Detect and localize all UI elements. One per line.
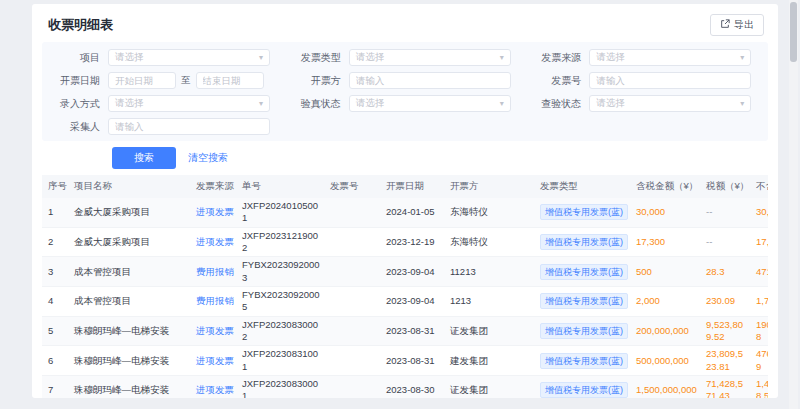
cell-issuer: 证发集团 (444, 382, 534, 398)
cell-source: 费用报销 (190, 264, 236, 280)
invoice-type-tag: 增值税专用发票(蓝) (540, 353, 628, 369)
cell-amount_incl: 500,000,000 (630, 353, 700, 369)
select-placeholder: 请选择 (596, 51, 625, 64)
cell-source: 费用报销 (190, 293, 236, 309)
cell-amount_excl: 190,476,190.48 (750, 317, 768, 346)
cell-tax: 230.09 (700, 293, 750, 309)
export-button[interactable]: 导出 (710, 14, 764, 36)
cell-no: 3 (42, 264, 68, 280)
cell-no: 7 (42, 382, 68, 398)
cell-amount_excl: 17,300 (750, 234, 768, 250)
invoice-source-link[interactable]: 进项发票 (196, 384, 234, 395)
cell-no: 4 (42, 293, 68, 309)
cell-project: 珠穆朗玛峰—电梯安装 (68, 323, 190, 339)
filter-field: 验真状态请选择▾ (287, 94, 524, 113)
filter-input[interactable] (108, 118, 270, 135)
filter-label: 采集人 (46, 120, 108, 134)
column-header: 项目名称 (68, 175, 190, 198)
cell-no: 6 (42, 353, 68, 369)
filter-field: 发票类型请选择▾ (287, 48, 524, 67)
invoice-source-link[interactable]: 进项发票 (196, 355, 234, 366)
cell-order_no: JXFP20230830001 (236, 376, 324, 398)
cell-date: 2023-08-30 (380, 382, 444, 398)
select-placeholder: 请选择 (356, 97, 385, 110)
chevron-down-icon: ▾ (740, 54, 744, 62)
filter-field: 发票来源请选择▾ (527, 48, 764, 67)
cell-issuer: 1213 (444, 293, 534, 309)
column-header: 税额（¥） (700, 175, 750, 198)
cell-amount_excl: 1,769.91 (750, 293, 768, 309)
table-row: 6珠穆朗玛峰—电梯安装进项发票JXFP202308310012023-08-31… (42, 346, 768, 376)
filter-field: 开票方 (287, 71, 524, 90)
column-header: 发票来源 (190, 175, 236, 198)
filter-select[interactable]: 请选择▾ (108, 49, 270, 66)
chevron-down-icon: ▾ (500, 100, 504, 108)
cell-order_no: JXFP20230831001 (236, 346, 324, 375)
date-range: 至 (108, 72, 264, 89)
cell-tax: -- (700, 234, 750, 250)
cell-issuer: 11213 (444, 264, 534, 280)
invoice-type-tag: 增值税专用发票(蓝) (540, 382, 628, 398)
cell-amount_incl: 1,500,000,000 (630, 382, 700, 398)
invoice-source-link[interactable]: 进项发票 (196, 325, 234, 336)
invoice-source-link[interactable]: 进项发票 (196, 236, 234, 247)
cell-amount_incl: 500 (630, 264, 700, 280)
filter-select[interactable]: 请选择▾ (349, 49, 511, 66)
table-row: 2金威大厦采购项目进项发票JXFP202312190022023-12-19东海… (42, 228, 768, 258)
filter-actions: 搜索 清空搜索 (42, 141, 768, 175)
cell-issuer: 东海特仪 (444, 234, 534, 250)
invoice-type-tag: 增值税专用发票(蓝) (540, 204, 628, 220)
cell-tax: 23,809,523.81 (700, 346, 750, 375)
chevron-down-icon: ▾ (740, 100, 744, 108)
vertical-scrollbar[interactable] (789, 0, 798, 409)
filter-field: 查验状态请选择▾ (527, 94, 764, 113)
select-placeholder: 请选择 (596, 97, 625, 110)
search-button[interactable]: 搜索 (112, 147, 176, 169)
filter-label: 发票类型 (287, 51, 349, 65)
filter-select[interactable]: 请选择▾ (589, 95, 751, 112)
select-placeholder: 请选择 (356, 51, 385, 64)
filter-label: 查验状态 (527, 97, 589, 111)
cell-order_no: JXFP20230830002 (236, 317, 324, 346)
filter-field: 开票日期至 (46, 71, 283, 90)
cell-date: 2024-01-05 (380, 204, 444, 220)
cell-no: 2 (42, 234, 68, 250)
cell-invoice_no (324, 270, 380, 274)
cell-invoice_type: 增值税专用发票(蓝) (534, 291, 630, 311)
vertical-scrollbar-thumb[interactable] (790, 2, 797, 62)
clear-search-button[interactable]: 清空搜索 (188, 151, 228, 165)
cell-project: 金威大厦采购项目 (68, 204, 190, 220)
export-icon (720, 19, 730, 31)
date-start-input[interactable] (108, 72, 176, 89)
cell-amount_incl: 200,000,000 (630, 323, 700, 339)
filter-label: 验真状态 (287, 97, 349, 111)
table-row: 4成本管控项目费用报销FYBX202309200052023-09-041213… (42, 287, 768, 317)
filter-select[interactable]: 请选择▾ (589, 49, 751, 66)
cell-project: 金威大厦采购项目 (68, 234, 190, 250)
invoice-type-tag: 增值税专用发票(蓝) (540, 234, 628, 250)
select-placeholder: 请选择 (115, 97, 144, 110)
invoice-source-link[interactable]: 费用报销 (196, 266, 234, 277)
invoice-source-link[interactable]: 进项发票 (196, 206, 234, 217)
date-end-input[interactable] (196, 72, 264, 89)
cell-project: 成本管控项目 (68, 264, 190, 280)
table-body: 1金威大厦采购项目进项发票JXFP202401050012024-01-05东海… (42, 198, 768, 398)
chevron-down-icon: ▾ (500, 54, 504, 62)
filter-input[interactable] (349, 72, 511, 89)
invoice-source-link[interactable]: 费用报销 (196, 295, 234, 306)
cell-invoice_type: 增值税专用发票(蓝) (534, 262, 630, 282)
cell-project: 成本管控项目 (68, 293, 190, 309)
invoice-type-tag: 增值税专用发票(蓝) (540, 323, 628, 339)
filter-label: 发票号 (527, 74, 589, 88)
select-placeholder: 请选择 (115, 51, 144, 64)
filter-select[interactable]: 请选择▾ (108, 95, 270, 112)
cell-order_no: FYBX20230920005 (236, 287, 324, 316)
cell-source: 进项发票 (190, 382, 236, 398)
filter-input[interactable] (589, 72, 751, 89)
export-label: 导出 (734, 18, 754, 32)
cell-invoice_type: 增值税专用发票(蓝) (534, 232, 630, 252)
invoice-table: 序号项目名称发票来源单号发票号开票日期开票方发票类型含税金额（¥）税额（¥）不含… (42, 175, 768, 398)
cell-invoice_no (324, 240, 380, 244)
filter-select[interactable]: 请选择▾ (349, 95, 511, 112)
cell-issuer: 东海特仪 (444, 204, 534, 220)
